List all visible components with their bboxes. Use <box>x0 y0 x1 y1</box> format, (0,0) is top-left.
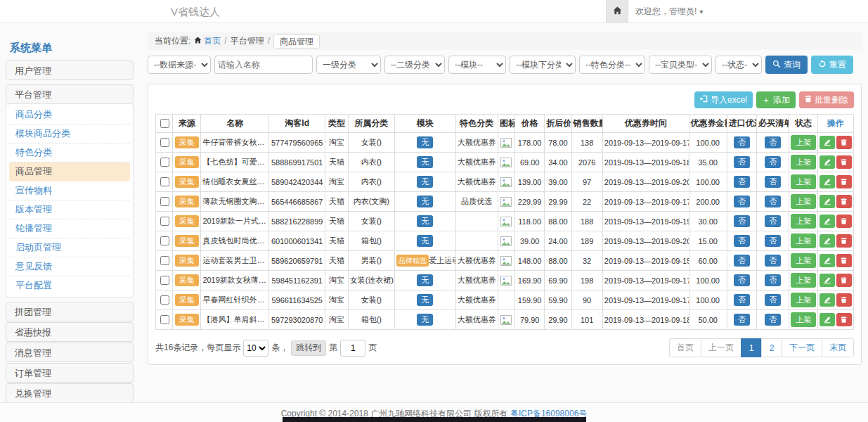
edit-button[interactable] <box>820 175 835 188</box>
delete-button[interactable] <box>836 274 852 287</box>
search-button[interactable]: 查询 <box>765 56 808 74</box>
sidebar-section[interactable]: 兑换管理 <box>6 383 134 402</box>
must-buy-toggle[interactable]: 否 <box>765 314 781 326</box>
import-optimal-toggle[interactable]: 否 <box>734 255 750 267</box>
sidebar-subitem[interactable]: 意见反馈 <box>9 257 130 276</box>
jump-page-input[interactable] <box>340 340 365 357</box>
module-badge[interactable]: 无 <box>417 156 433 168</box>
must-buy-toggle[interactable]: 否 <box>765 235 781 247</box>
import-optimal-toggle[interactable]: 否 <box>734 274 750 286</box>
must-buy-toggle[interactable]: 否 <box>765 136 781 148</box>
sidebar-subitem[interactable]: 特色分类 <box>9 143 130 162</box>
import-excel-button[interactable]: 导入excel <box>694 91 753 108</box>
sidebar-subitem[interactable]: 宣传物料 <box>9 181 130 200</box>
row-checkbox[interactable] <box>160 315 169 324</box>
module-badge[interactable]: 无 <box>417 176 433 188</box>
row-checkbox[interactable] <box>160 236 169 245</box>
add-button[interactable]: ＋ 添加 <box>756 91 796 108</box>
import-optimal-toggle[interactable]: 否 <box>734 136 750 148</box>
must-buy-toggle[interactable]: 否 <box>765 294 781 306</box>
module-subcategory-select[interactable]: --模块下分类-- <box>510 56 576 74</box>
import-optimal-toggle[interactable]: 否 <box>734 215 750 227</box>
import-optimal-toggle[interactable]: 否 <box>734 235 750 247</box>
edit-button[interactable] <box>820 254 835 267</box>
delete-button[interactable] <box>836 175 852 188</box>
edit-button[interactable] <box>820 293 835 307</box>
data-source-select[interactable]: --数据来源-- <box>148 56 211 74</box>
module-badge[interactable]: 无 <box>417 314 433 326</box>
home-button[interactable] <box>606 0 628 23</box>
edit-button[interactable] <box>820 136 835 149</box>
page-button[interactable]: 下一页 <box>782 338 822 357</box>
per-page-select[interactable]: 10 <box>243 340 268 357</box>
delete-button[interactable] <box>836 155 852 169</box>
page-button[interactable]: 2 <box>761 338 782 357</box>
page-button[interactable]: 上一页 <box>701 338 741 357</box>
must-buy-toggle[interactable]: 否 <box>765 255 781 267</box>
sidebar-subitem[interactable]: 商品管理 <box>9 162 130 181</box>
row-checkbox[interactable] <box>160 276 169 285</box>
delete-button[interactable] <box>836 234 852 248</box>
sidebar-subitem[interactable]: 商品分类 <box>9 106 130 124</box>
row-checkbox[interactable] <box>160 138 169 147</box>
sidebar-section[interactable]: 用户管理 <box>6 60 134 80</box>
item-type-select[interactable]: --宝贝类型-- <box>649 56 712 74</box>
edit-button[interactable] <box>820 195 835 208</box>
module-badge[interactable]: 无 <box>417 294 433 306</box>
status-button[interactable]: 上架 <box>791 273 816 288</box>
row-checkbox[interactable] <box>160 158 169 167</box>
page-button[interactable]: 末页 <box>822 338 854 357</box>
import-optimal-toggle[interactable]: 否 <box>734 176 750 188</box>
jump-button[interactable]: 跳转到 <box>291 340 326 356</box>
name-search-input[interactable] <box>214 56 313 74</box>
row-checkbox[interactable] <box>160 295 169 305</box>
breadcrumb-home-link[interactable]: 首页 <box>194 32 221 50</box>
status-button[interactable]: 上架 <box>791 234 816 248</box>
page-button[interactable]: 1 <box>741 338 762 357</box>
sidebar-section[interactable]: 拼团管理 <box>6 302 134 321</box>
module-badge[interactable]: 无 <box>417 274 433 286</box>
import-optimal-toggle[interactable]: 否 <box>734 196 750 207</box>
user-menu[interactable]: 欢迎您，管理员!▾ <box>635 0 703 23</box>
level2-category-select[interactable]: --二级分类-- <box>384 56 445 74</box>
sidebar-section[interactable]: 平台管理 <box>6 84 134 104</box>
sidebar-subitem[interactable]: 轮播管理 <box>9 219 130 238</box>
import-optimal-toggle[interactable]: 否 <box>734 156 750 168</box>
module-badge[interactable]: 无 <box>417 215 433 227</box>
edit-button[interactable] <box>820 313 835 326</box>
status-select[interactable]: --状态-- <box>715 56 762 74</box>
reset-button[interactable]: 重置 <box>811 56 853 74</box>
delete-button[interactable] <box>836 293 852 307</box>
module-badge[interactable]: 品牌精选 <box>396 255 429 267</box>
delete-button[interactable] <box>836 215 852 228</box>
must-buy-toggle[interactable]: 否 <box>765 274 781 286</box>
edit-button[interactable] <box>820 274 835 287</box>
status-button[interactable]: 上架 <box>791 312 816 327</box>
row-checkbox[interactable] <box>160 256 169 265</box>
import-optimal-toggle[interactable]: 否 <box>734 314 750 326</box>
level1-category-select[interactable]: 一级分类 <box>316 56 381 74</box>
row-checkbox[interactable] <box>160 217 169 226</box>
delete-button[interactable] <box>836 136 852 149</box>
status-button[interactable]: 上架 <box>791 135 816 150</box>
batch-delete-button[interactable]: 批量删除 <box>799 91 854 108</box>
status-button[interactable]: 上架 <box>791 293 816 307</box>
module-badge[interactable]: 无 <box>417 136 433 148</box>
status-button[interactable]: 上架 <box>791 194 816 209</box>
feature-category-select[interactable]: --特色分类-- <box>579 56 645 74</box>
select-all-checkbox[interactable] <box>160 119 169 128</box>
sidebar-section[interactable]: 省惠快报 <box>6 322 134 342</box>
status-button[interactable]: 上架 <box>791 155 816 170</box>
delete-button[interactable] <box>836 313 852 326</box>
module-badge[interactable]: 无 <box>417 235 433 247</box>
module-select[interactable]: --模块-- <box>448 56 506 74</box>
must-buy-toggle[interactable]: 否 <box>765 176 781 188</box>
edit-button[interactable] <box>820 215 835 228</box>
row-checkbox[interactable] <box>160 177 169 186</box>
import-optimal-toggle[interactable]: 否 <box>734 294 750 306</box>
sidebar-section[interactable]: 订单管理 <box>6 363 134 383</box>
status-button[interactable]: 上架 <box>791 214 816 229</box>
must-buy-toggle[interactable]: 否 <box>765 156 781 168</box>
row-checkbox[interactable] <box>160 197 169 206</box>
module-badge[interactable]: 无 <box>417 196 433 207</box>
